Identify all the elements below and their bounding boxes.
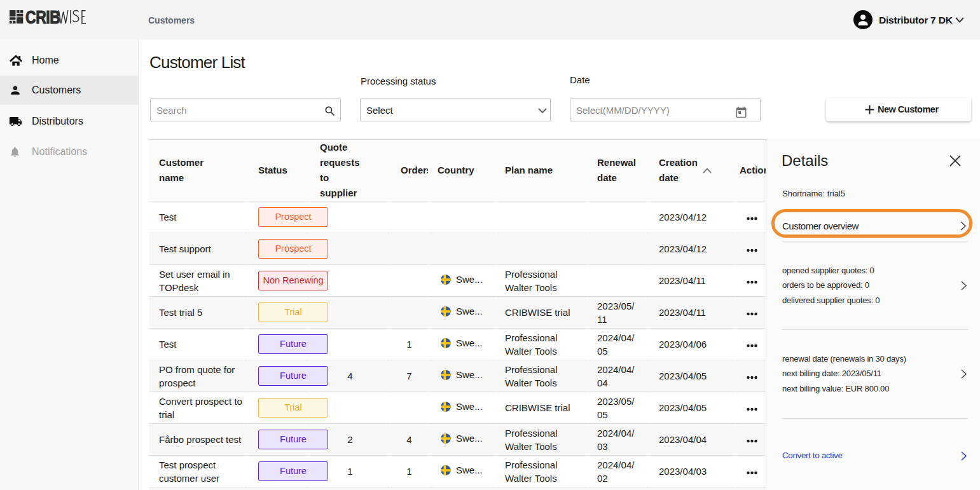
svg-text:CRIB: CRIB	[25, 7, 60, 28]
